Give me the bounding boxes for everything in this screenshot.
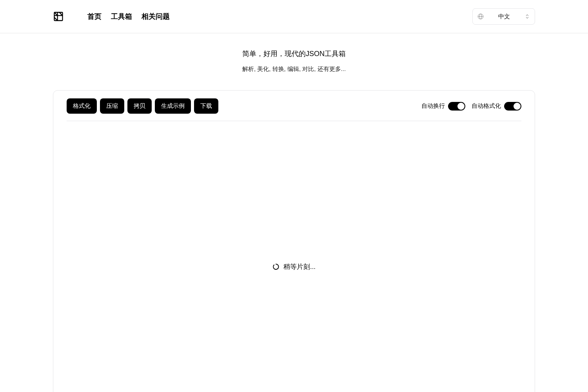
toggle-group: 自动换行 自动格式化 (421, 102, 521, 111)
toolbar: 格式化 压缩 拷贝 生成示例 下载 自动换行 自动格式化 (67, 98, 521, 121)
toggle-knob (514, 103, 521, 110)
svg-line-5 (54, 17, 58, 20)
app-logo-icon[interactable] (53, 11, 64, 22)
auto-format-toggle[interactable] (504, 102, 521, 111)
auto-format-label: 自动格式化 (472, 102, 501, 110)
nav-home[interactable]: 首页 (87, 12, 102, 21)
globe-icon (477, 13, 484, 20)
auto-wrap-label: 自动换行 (421, 102, 445, 110)
language-select[interactable]: 中文 (472, 8, 535, 25)
auto-format-toggle-wrap: 自动格式化 (472, 102, 521, 111)
copy-button[interactable]: 拷贝 (127, 98, 152, 114)
hero: 简单，好用，现代的JSON工具箱 解析, 美化, 转换, 编辑, 对比, 还有更… (0, 33, 588, 82)
nav-toolbox[interactable]: 工具箱 (111, 12, 132, 21)
button-group: 格式化 压缩 拷贝 生成示例 下载 (67, 98, 218, 114)
toggle-knob (457, 103, 465, 110)
compress-button[interactable]: 压缩 (100, 98, 124, 114)
header-left: 首页 工具箱 相关问题 (53, 11, 170, 22)
loading-text: 稍等片刻... (283, 262, 316, 271)
svg-line-3 (54, 13, 58, 16)
spinner-icon (272, 263, 279, 270)
chevron-up-down-icon (524, 14, 530, 19)
header: 首页 工具箱 相关问题 中文 (0, 0, 588, 33)
editor-panel: 格式化 压缩 拷贝 生成示例 下载 自动换行 自动格式化 稍等片刻... (53, 90, 535, 392)
format-button[interactable]: 格式化 (67, 98, 97, 114)
auto-wrap-toggle-wrap: 自动换行 (421, 102, 465, 111)
nav-faq[interactable]: 相关问题 (142, 12, 170, 21)
svg-line-4 (59, 13, 62, 16)
auto-wrap-toggle[interactable] (448, 102, 465, 111)
hero-title: 简单，好用，现代的JSON工具箱 (0, 49, 588, 58)
main-nav: 首页 工具箱 相关问题 (87, 12, 170, 21)
hero-subtitle: 解析, 美化, 转换, 编辑, 对比, 还有更多... (0, 65, 588, 73)
download-button[interactable]: 下载 (194, 98, 218, 114)
generate-example-button[interactable]: 生成示例 (155, 98, 191, 114)
loading-indicator: 稍等片刻... (272, 262, 316, 271)
language-select-left (477, 13, 484, 20)
language-current: 中文 (488, 13, 521, 20)
